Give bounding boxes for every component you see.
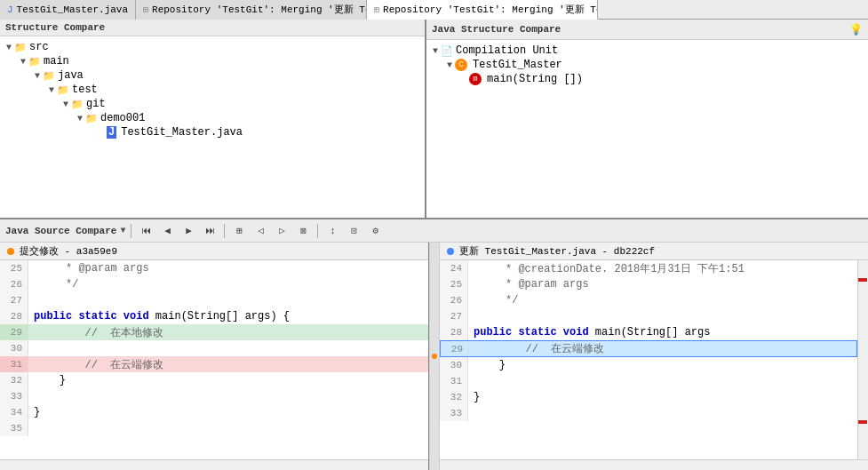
toolbar-sync-scroll-btn[interactable]: ↕: [323, 223, 341, 239]
right-linenum-31: 31: [440, 373, 468, 389]
tree-item-java[interactable]: ▼ 📁 java: [0, 68, 425, 83]
tree-label-git: git: [86, 98, 106, 110]
toggle-compilation[interactable]: ▼: [430, 46, 441, 56]
right-linenum-27: 27: [440, 308, 468, 324]
toolbar-first-btn[interactable]: ⏮: [137, 223, 155, 239]
structure-panel-title: Structure Compare: [0, 20, 425, 36]
right-line-28: 28 public static void main(String[] args: [440, 324, 857, 340]
toggle-src[interactable]: ▼: [4, 43, 14, 52]
tree-item-demo001[interactable]: ▼ 📁 demo001: [0, 111, 425, 125]
toolbar-last-btn[interactable]: ⏭: [201, 223, 219, 239]
right-code-29: // 在云端修改: [469, 341, 856, 356]
tree-item-compilation-unit[interactable]: ▼ 📄 Compilation Unit: [426, 44, 868, 58]
right-linenum-33: 33: [440, 405, 468, 421]
toolbar-ignore-ws-btn[interactable]: ⊡: [345, 223, 362, 239]
left-line-27: 27: [0, 292, 428, 308]
right-h-scrollbar[interactable]: [440, 459, 868, 470]
toolbar-copy-right-btn[interactable]: ▷: [273, 223, 291, 239]
tree-label-compilation: Compilation Unit: [456, 44, 558, 57]
right-linenum-29: 29: [441, 341, 469, 356]
toolbar-copy-all-right-btn[interactable]: ⊠: [294, 223, 312, 239]
left-linenum-28: 28: [0, 308, 28, 324]
bulb-icon[interactable]: 💡: [848, 22, 863, 36]
left-code-content[interactable]: 25 * @param args 26 */ 27 28 public: [0, 260, 428, 459]
folder-icon-main: 📁: [28, 56, 41, 68]
class-icon: C: [455, 59, 467, 71]
toggle-class[interactable]: ▼: [444, 60, 455, 70]
right-code-26: */: [468, 292, 857, 308]
toggle-demo001[interactable]: ▼: [75, 114, 85, 123]
tree-label-class: TestGit_Master: [473, 59, 562, 71]
toolbar-separator-2: [224, 224, 225, 238]
tab-repo-merge-2[interactable]: ⊞ Repository 'TestGit': Merging '更新 Test…: [367, 0, 598, 20]
tree-label-src: src: [29, 41, 49, 53]
toolbar-copy-all-left-btn[interactable]: ⊞: [230, 223, 248, 239]
toggle-git[interactable]: ▼: [60, 100, 71, 109]
left-code-33: [28, 388, 428, 404]
right-linenum-28: 28: [440, 324, 468, 340]
tree-label-testgit-java: TestGit_Master.java: [121, 126, 243, 139]
tree-label-method: main(String []): [487, 73, 583, 85]
tree-item-test[interactable]: ▼ 📁 test: [0, 83, 425, 97]
right-line-27: 27: [440, 308, 857, 324]
scroll-marker-bottom: [858, 420, 867, 424]
tree-item-git[interactable]: ▼ 📁 git: [0, 97, 425, 111]
bottom-compare: Java Source Compare ▼ ⏮ ◀ ▶ ⏭ ⊞ ◁ ▷ ⊠ ↕ …: [0, 219, 868, 470]
right-linenum-25: 25: [440, 276, 468, 292]
right-line-30: 30 }: [440, 357, 857, 373]
left-code-28: public static void main(String[] args) {: [28, 308, 428, 324]
right-code-scroll[interactable]: 24 * @creationDate. 2018年1月31日 下午1:51 25…: [440, 260, 857, 459]
left-line-31: 31 // 在云端修改: [0, 356, 428, 372]
right-margin-bar[interactable]: [857, 260, 868, 459]
tree-item-method[interactable]: m main(String []): [426, 72, 868, 86]
toolbar-next-btn[interactable]: ▶: [179, 223, 197, 239]
tree-item-main[interactable]: ▼ 📁 main: [0, 54, 425, 68]
toolbar-copy-left-btn[interactable]: ◁: [251, 223, 269, 239]
panel-splitter[interactable]: [429, 243, 440, 470]
left-linenum-32: 32: [0, 372, 28, 388]
left-code-29: // 在本地修改: [28, 324, 428, 340]
left-h-scrollbar[interactable]: [0, 459, 428, 470]
left-linenum-35: 35: [0, 420, 28, 436]
tab-testgit-java[interactable]: J TestGit_Master.java: [0, 0, 136, 20]
left-linenum-33: 33: [0, 388, 28, 404]
tree-item-testgit-file[interactable]: J TestGit_Master.java: [0, 125, 425, 139]
structure-tree: ▼ 📁 src ▼ 📁 main ▼ 📁 java ▼ 📁: [0, 36, 425, 218]
method-icon: m: [469, 73, 482, 85]
left-line-35: 35: [0, 420, 428, 436]
compilation-icon: 📄: [441, 45, 453, 57]
java-structure-panel: Java Structure Compare 💡 ▼ 📄 Compilation…: [426, 20, 868, 218]
tree-label-main: main: [44, 55, 69, 68]
right-line-25: 25 * @param args: [440, 276, 857, 292]
tab-label-2: Repository 'TestGit': Merging '更新 TestGi…: [152, 3, 367, 16]
left-line-34: 34 }: [0, 404, 428, 420]
toolbar-dropdown-icon[interactable]: ▼: [120, 226, 125, 235]
right-code-27: [468, 308, 857, 324]
tab-bar: J TestGit_Master.java ⊞ Repository 'Test…: [0, 0, 868, 20]
left-line-25: 25 * @param args: [0, 260, 428, 276]
toolbar-prev-btn[interactable]: ◀: [158, 223, 176, 239]
left-panel-title: 提交修改 - a3a59e9: [20, 244, 117, 258]
left-panel-dot: [7, 248, 14, 255]
left-code-27: [28, 292, 428, 308]
right-code-31: [468, 373, 857, 389]
tree-item-src[interactable]: ▼ 📁 src: [0, 40, 425, 54]
right-code-content[interactable]: 24 * @creationDate. 2018年1月31日 下午1:51 25…: [440, 260, 868, 459]
toolbar-settings-btn[interactable]: ⚙: [366, 223, 384, 239]
toggle-test[interactable]: ▼: [46, 85, 57, 95]
toggle-java-folder[interactable]: ▼: [32, 71, 43, 81]
right-code-30: }: [468, 357, 857, 373]
right-code-32: }: [468, 389, 857, 405]
scroll-marker-top: [858, 278, 867, 282]
right-panel-dot: [447, 248, 454, 255]
left-code-35: [28, 420, 428, 436]
right-code-25: * @param args: [468, 276, 857, 292]
tree-item-class[interactable]: ▼ C TestGit_Master: [426, 58, 868, 72]
tab-repo-merge-1[interactable]: ⊞ Repository 'TestGit': Merging '更新 Test…: [136, 0, 367, 20]
java-structure-title: Java Structure Compare: [432, 24, 561, 35]
right-line-33: 33: [440, 405, 857, 421]
right-code-panel: 更新 TestGit_Master.java - db222cf 24 * @c…: [440, 243, 868, 470]
left-linenum-26: 26: [0, 276, 28, 292]
right-line-29: 29 // 在云端修改: [440, 340, 857, 357]
toggle-main[interactable]: ▼: [18, 57, 28, 67]
